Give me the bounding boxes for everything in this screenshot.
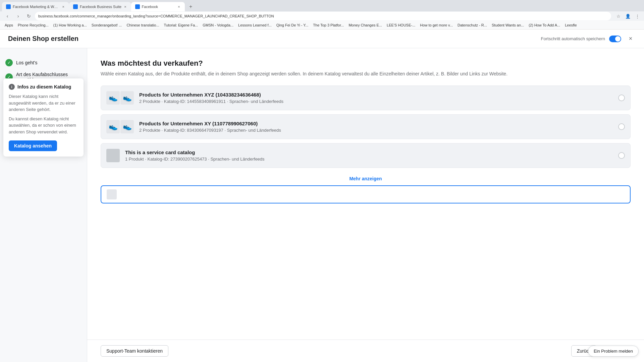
back-nav-button[interactable]: ‹ [3, 11, 12, 21]
catalog-img-1a: 👟 [106, 91, 120, 105]
app-container: Deinen Shop erstellen Fortschritt automa… [0, 29, 644, 362]
bookmark-apps[interactable]: Apps [3, 22, 15, 28]
catalog-info-3: This is a service card catalog 1 Produkt… [125, 149, 625, 162]
bookmark-12[interactable]: How to get more v... [418, 22, 455, 28]
menu-icon[interactable]: ⋮ [633, 12, 641, 20]
browser-tab-1[interactable]: Facebook Marketing & Werb... × [2, 2, 69, 11]
tab-title-3: Facebook [142, 5, 175, 9]
new-tab-button[interactable]: + [186, 2, 196, 11]
catalog-radio-2[interactable] [618, 123, 625, 130]
bookmark-13[interactable]: Datenschutz - R... [455, 22, 489, 28]
catalog-card-2[interactable]: 👟 👟 Products for Unternehmen XY (1107789… [101, 114, 631, 139]
header-right: Fortschritt automatisch speichern × [541, 34, 636, 44]
tooltip-text-1: Dieser Katalog kann nicht ausgewählt wer… [9, 93, 78, 113]
close-button[interactable]: × [625, 34, 636, 44]
bookmark-3[interactable]: Sonderangebot! ... [90, 22, 124, 28]
info-tooltip: i Infos zu diesem Katalog Dieser Katalog… [3, 78, 84, 157]
catalog-images-1: 👟 👟 [106, 91, 134, 105]
sidebar-step-1: ✓ Los geht's [5, 56, 82, 69]
bookmark-6[interactable]: GMSN - Vologda... [201, 22, 235, 28]
tab-title-1: Facebook Marketing & Werb... [13, 5, 60, 9]
catalog-img-2b: 👟 [120, 120, 134, 133]
tab-favicon-1 [6, 4, 11, 9]
main-content: Was möchtest du verkaufen? Wähle einen K… [87, 48, 644, 340]
catalog-img-2a: 👟 [106, 120, 120, 133]
catalog-img-1b: 👟 [120, 91, 134, 105]
catalog-meta-2: 2 Produkte · Katalog-ID: 834306647093197… [139, 128, 625, 133]
bookmark-16[interactable]: Leesfle [563, 22, 579, 28]
autosave-toggle[interactable] [609, 36, 621, 42]
catalog-img-3a [106, 149, 120, 162]
bookmark-8[interactable]: Qing Fei De Yi - Y... [274, 22, 311, 28]
catalog-name-3: This is a service card catalog [125, 149, 625, 155]
address-bar[interactable]: business.facebook.com/commerce_manager/o… [35, 12, 611, 20]
bookmark-7[interactable]: Lessons Learned f... [236, 22, 274, 28]
step-done-icon-1: ✓ [5, 59, 13, 66]
catalog-images-3 [106, 149, 120, 162]
address-text: business.facebook.com/commerce_manager/o… [38, 14, 274, 18]
page-title: Deinen Shop erstellen [8, 35, 78, 43]
catalog-images-2: 👟 👟 [106, 120, 134, 133]
footer: Support-Team kontaktieren Zurück Weiter [87, 340, 644, 362]
content-area: ✓ Los geht's ✓ Art des Kaufabschlusses a… [0, 48, 644, 362]
catalog-info-2: Products for Unternehmen XY (11077899062… [139, 121, 625, 133]
view-catalog-button[interactable]: Katalog ansehen [9, 140, 57, 151]
bookmark-star-icon[interactable]: ☆ [614, 12, 623, 20]
tab-close-1[interactable]: × [62, 4, 65, 9]
catalog-meta-1: 2 Produkte · Katalog-ID: 144558340896191… [139, 99, 625, 104]
browser-actions: ☆ 👤 ⋮ [614, 12, 641, 20]
browser-chrome: Facebook Marketing & Werb... × Facebook … [0, 0, 644, 21]
bookmark-9[interactable]: The Top 3 Platfor... [311, 22, 346, 28]
catalog-radio-1[interactable] [618, 95, 625, 101]
bookmark-1[interactable]: Phone Recycling... [16, 22, 51, 28]
bookmark-2[interactable]: (1) How Working a... [51, 22, 89, 28]
catalog-card-1[interactable]: 👟 👟 Products for Unternehmen XYZ (104338… [101, 85, 631, 110]
bookmark-4[interactable]: Chinese translatio... [124, 22, 161, 28]
sidebar-step-label-1: Los geht's [16, 60, 37, 65]
refresh-button[interactable]: ↻ [24, 11, 34, 21]
browser-toolbar: ‹ › ↻ business.facebook.com/commerce_man… [0, 11, 644, 21]
bookmark-11[interactable]: LEE'S HOUSE-... [385, 22, 417, 28]
catalog-radio-3[interactable] [618, 152, 625, 159]
app-header: Deinen Shop erstellen Fortschritt automa… [0, 29, 644, 48]
page-subtitle: Wähle einen Katalog aus, der die Produkt… [101, 70, 631, 77]
catalog-name-1: Products for Unternehmen XYZ (1043382346… [139, 92, 625, 98]
autosave-label: Fortschritt automatisch speichern [541, 36, 605, 41]
bookmark-15[interactable]: (2) How To Add A... [527, 22, 562, 28]
catalog-card-3[interactable]: This is a service card catalog 1 Produkt… [101, 143, 631, 168]
tab-close-3[interactable]: × [177, 4, 180, 9]
browser-tab-2[interactable]: Facebook Business Suite × [69, 2, 131, 11]
show-more-button[interactable]: Mehr anzeigen [101, 172, 631, 185]
support-button[interactable]: Support-Team kontaktieren [101, 345, 168, 357]
catalog-name-2: Products for Unternehmen XY (11077899062… [139, 121, 625, 126]
catalog-meta-3: 1 Produkt · Katalog-ID: 273900207625473 … [125, 157, 625, 162]
search-area[interactable] [101, 185, 631, 203]
tab-title-2: Facebook Business Suite [80, 5, 121, 9]
tab-favicon-3 [135, 4, 140, 9]
browser-tabs: Facebook Marketing & Werb... × Facebook … [0, 0, 644, 11]
bookmark-14[interactable]: Student Wants an... [490, 22, 526, 28]
tooltip-title: Infos zu diesem Katalog [17, 84, 71, 89]
report-problem-button[interactable]: Ein Problem melden [588, 346, 639, 357]
bookmark-5[interactable]: Tutorial: Eigene Fa... [162, 22, 200, 28]
tooltip-text-2: Du kannst diesen Katalog nicht auswählen… [9, 116, 78, 135]
search-icon [107, 189, 117, 199]
tab-close-2[interactable]: × [123, 4, 127, 9]
profile-icon[interactable]: 👤 [624, 12, 632, 20]
catalog-info-1: Products for Unternehmen XYZ (1043382346… [139, 92, 625, 104]
bookmarks-bar: Apps Phone Recycling... (1) How Working … [0, 21, 644, 29]
bookmark-10[interactable]: Money Changes E... [346, 22, 384, 28]
browser-tab-3[interactable]: Facebook × [131, 2, 185, 11]
info-icon: i [9, 84, 15, 90]
page-heading: Was möchtest du verkaufen? [101, 59, 631, 68]
forward-nav-button[interactable]: › [13, 11, 23, 21]
sidebar: ✓ Los geht's ✓ Art des Kaufabschlusses a… [0, 48, 87, 362]
tooltip-header: i Infos zu diesem Katalog [9, 84, 78, 90]
tab-favicon-2 [73, 4, 78, 9]
